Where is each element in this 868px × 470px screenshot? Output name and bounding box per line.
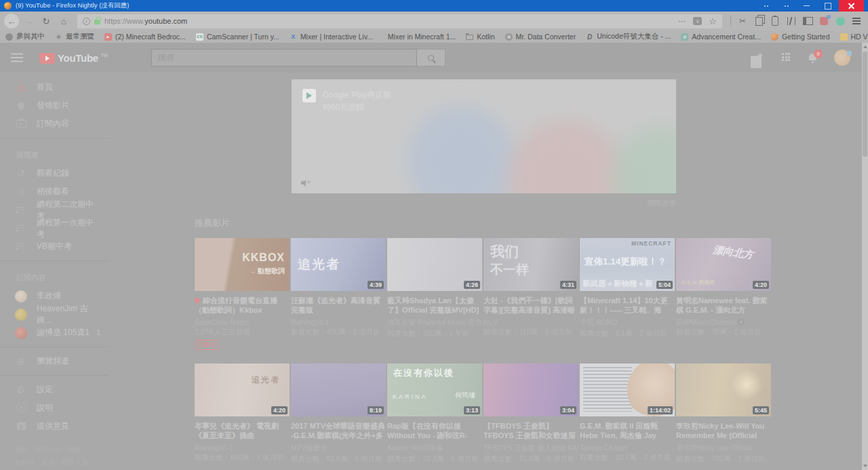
video-thumbnail[interactable]: KKBOX → 動態歌詞: [195, 238, 290, 291]
sidebar-subscription-item[interactable]: HeavenJim 吉姆...: [0, 305, 108, 324]
video-thumbnail[interactable]: 5:45: [676, 364, 771, 416]
bookmark-item[interactable]: Unicode符號大集合 - ...: [586, 32, 671, 41]
sidebar-item[interactable]: 設定: [0, 380, 108, 399]
sidebar-item[interactable]: 網程第一次期中考: [0, 219, 108, 237]
video-thumbnail[interactable]: 追光者 4:39: [291, 238, 386, 291]
menu-icon[interactable]: [849, 14, 864, 28]
video-card[interactable]: 追光者 4:20 岑寧兒《追光者》 電視劇《夏至未至》插曲 Raining16-…: [195, 364, 290, 464]
pocket-icon[interactable]: ∨: [693, 17, 702, 25]
hamburger-menu-icon[interactable]: [11, 54, 23, 62]
scroll-down-arrow-icon[interactable]: [862, 463, 868, 469]
close-ad-link[interactable]: 關閉廣告: [648, 199, 676, 207]
video-card[interactable]: 在沒有你以後 KARINA 何筠臻 3:13 Rap版【在沒有你以後 Witho…: [387, 364, 482, 464]
video-thumbnail[interactable]: 漂向北方 G.E.M.鄧紫棋 4:20: [676, 238, 771, 291]
video-thumbnail[interactable]: 1:14:02: [580, 364, 675, 416]
footer-link[interactable]: 開發人員: [61, 458, 88, 467]
notifications-bell-icon[interactable]: 9: [808, 53, 818, 63]
video-thumbnail[interactable]: 在沒有你以後 KARINA 何筠臻 3:13: [387, 364, 482, 416]
bookmark-item[interactable]: CamScanner | Turn y...: [196, 33, 279, 41]
restore-button[interactable]: [817, 0, 839, 12]
youtube-logo[interactable]: YouTube TW: [39, 52, 108, 64]
bookmark-item[interactable]: Advancement Creat...: [681, 33, 761, 41]
scroll-up-arrow-icon[interactable]: [862, 43, 868, 50]
footer-link[interactable]: 創作者: [15, 458, 35, 467]
bookmark-item[interactable]: HD Video Converter,...: [840, 33, 868, 41]
video-thumbnail[interactable]: 8:19: [291, 364, 386, 416]
bookmark-item[interactable]: Getting Started: [771, 33, 830, 41]
page-actions-icon[interactable]: ⋯: [678, 17, 686, 26]
video-card[interactable]: 我们 不一样 4:31 大壯 -《我們不一樣》[歌詞字幕][完整高清音質] 高清…: [484, 238, 578, 350]
bookmark-item[interactable]: Mr. Data Converter: [505, 33, 576, 41]
video-channel[interactable]: EHPMusicChannel ✓: [676, 318, 771, 326]
video-channel[interactable]: Karina Hor何筠臻: [387, 444, 482, 453]
extension-green-icon[interactable]: [836, 17, 845, 26]
copy-pages-icon[interactable]: [751, 14, 766, 28]
video-thumbnail[interactable]: 3:04: [484, 364, 578, 416]
video-channel[interactable]: Taiwan Chanel: [580, 444, 675, 452]
video-card[interactable]: 8:19 2017 MTV全球華語音樂盛典 -G.E.M.鄧紫棋(光年之外+多遠…: [291, 364, 386, 464]
sidebar-subscription-item[interactable]: 謝博丞 105資1 1: [0, 324, 108, 342]
video-channel[interactable]: Raining16-1: [195, 444, 290, 452]
video-card[interactable]: KKBOX → 動態歌詞 綜合流行音樂電台直播（動態歌詞）Kkbox Chine…: [195, 238, 290, 350]
video-title[interactable]: Rap版【在沒有你以後 Without You - 謝和弦R-: [387, 421, 482, 440]
video-title[interactable]: 黃明志Namewee feat. 鄧紫棋 G.E.M. - 漂向北方 Stran…: [676, 296, 771, 315]
sidebar-item[interactable]: 提供意見: [0, 417, 108, 435]
video-title[interactable]: 大壯 -《我們不一樣》[歌詞字幕][完整高清音質] 高清晰版本: [484, 296, 578, 315]
video-card[interactable]: 5:45 李玖哲Nicky Lee-Will You Remember Me (…: [676, 364, 771, 464]
bookmark-star-icon[interactable]: ☆: [709, 16, 717, 26]
bookmark-item[interactable]: Kotlin: [466, 33, 494, 41]
video-thumbnail[interactable]: MINECRAFT 宣佈1.14更新啦！？ 新武器＋新物種＋新 5:04: [580, 238, 675, 291]
video-card[interactable]: 4:26 藍又時Shadya Lan【太傻了】Official 完整版MV[HD…: [387, 238, 482, 350]
video-title[interactable]: 【TFBOYS 王俊凱】TFBOYS 王俊凱和女歌迷深情演繹 《樹: [484, 421, 578, 440]
video-channel[interactable]: 泡耳音樂 Powerful Music 官方...: [387, 318, 482, 328]
video-card[interactable]: 漂向北方 G.E.M.鄧紫棋 4:20 黃明志Namewee feat. 鄧紫棋…: [676, 238, 771, 350]
bookmark-item[interactable]: (2) Minecraft Bedroc...: [104, 33, 186, 41]
apps-grid-icon[interactable]: [782, 53, 791, 62]
footer-link[interactable]: 新聞中心: [35, 445, 62, 454]
bookmark-item[interactable]: Mixer in Minecraft 1...: [383, 33, 456, 41]
ad-banner[interactable]: Google Play商店限 時60元回饋: [292, 79, 676, 193]
video-title[interactable]: 岑寧兒《追光者》 電視劇《夏至未至》插曲: [195, 421, 290, 440]
bookmark-item[interactable]: 參與其中: [5, 32, 45, 41]
scrollbar-thumb[interactable]: [863, 52, 867, 157]
sidebar-item[interactable]: 觀看紀錄: [0, 164, 108, 182]
video-title[interactable]: 【Minecraft 1.14】10大更新！！！----- 三叉戟、海豚、: [580, 296, 675, 315]
video-card[interactable]: 3:04 【TFBOYS 王俊凱】TFBOYS 王俊凱和女歌迷深情演繹 《樹 T…: [484, 364, 578, 464]
video-channel[interactable]: TFBOYS 王俊凱 個人頻道 KAR...: [484, 444, 578, 453]
screenshot-scissors-icon[interactable]: ✂: [735, 14, 750, 28]
video-channel[interactable]: 宇哲 ROKO: [580, 318, 675, 328]
sidebar-item[interactable]: 首頁: [0, 78, 108, 96]
upload-icon[interactable]: [755, 53, 766, 62]
footer-link[interactable]: 廣告: [41, 458, 55, 467]
tag-icon[interactable]: [768, 14, 783, 28]
video-channel[interactable]: 李玖哲Nicky Lee Official: [676, 444, 771, 453]
video-title[interactable]: G.E.M. 鄧紫棋 II 田馥甄 Hebe Tien, 周杰倫 Jay Cho…: [580, 421, 675, 440]
reload-button[interactable]: ↻: [38, 14, 54, 28]
sidebar-item[interactable]: 說明: [0, 399, 108, 417]
video-card[interactable]: MINECRAFT 宣佈1.14更新啦！？ 新武器＋新物種＋新 5:04 【Mi…: [580, 238, 675, 350]
video-channel[interactable]: Raining16-1: [291, 318, 386, 326]
video-channel[interactable]: MTV娛樂台: [291, 444, 386, 453]
secure-lock-icon[interactable]: [94, 20, 100, 24]
video-title[interactable]: 綜合流行音樂電台直播（動態歌詞）Kkbox Chinese: [195, 296, 290, 315]
bookmark-item[interactable]: Mixer | Interactive Liv...: [290, 33, 373, 41]
video-channel[interactable]: SeanChou Radio: [195, 318, 290, 326]
url-bar[interactable]: i https://www.youtube.com ⋯ ∨ ☆: [77, 14, 722, 28]
mute-icon[interactable]: [301, 180, 311, 187]
video-card[interactable]: 追光者 4:39 汪蘇瀧《追光者》高清音質完整版 Raining16-1 觀看次…: [291, 238, 386, 350]
bookmark-item[interactable]: 最常瀏覽: [55, 32, 94, 41]
video-channel[interactable]: hn V: [484, 318, 578, 326]
sidebar-item[interactable]: VB期中考: [0, 237, 108, 256]
sidebar-item[interactable]: 訂閱內容: [0, 115, 108, 133]
sidebar-toggle-icon[interactable]: [800, 14, 815, 28]
page-info-icon[interactable]: i: [83, 18, 90, 25]
account-avatar[interactable]: [834, 50, 850, 66]
video-thumbnail[interactable]: 追光者 4:20: [195, 364, 290, 416]
sidebar-item[interactable]: 發燒影片: [0, 96, 108, 115]
close-button[interactable]: [839, 0, 864, 12]
url-text[interactable]: https://www.youtube.com: [104, 17, 674, 25]
video-title[interactable]: 藍又時Shadya Lan【太傻了】Official 完整版MV[HD]（韓劇: [387, 296, 482, 315]
home-button[interactable]: ⌂: [56, 14, 72, 28]
video-title[interactable]: 李玖哲Nicky Lee-Will You Remember Me (Offic…: [676, 421, 771, 440]
video-title[interactable]: 2017 MTV全球華語音樂盛典 -G.E.M.鄧紫棋(光年之外+多遠: [291, 421, 386, 440]
